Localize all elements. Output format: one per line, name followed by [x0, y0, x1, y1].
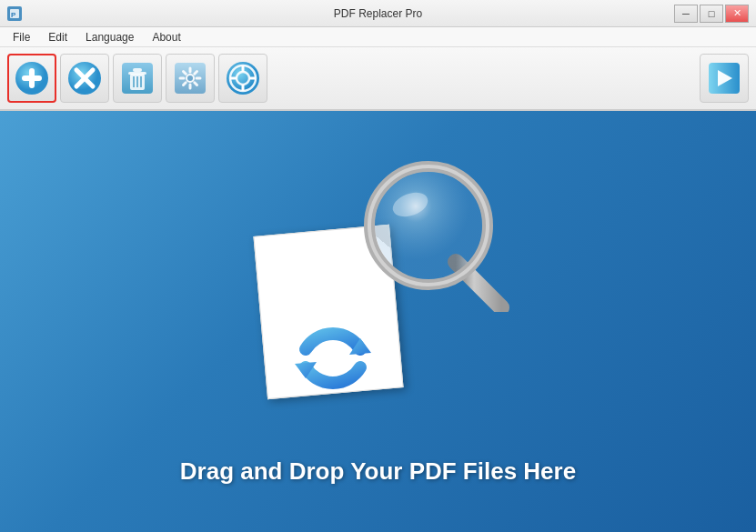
next-button[interactable]: [700, 54, 749, 103]
title-bar: P PDF Replacer Pro ─ □ ✕: [0, 0, 756, 27]
svg-line-23: [195, 83, 197, 85]
magnifier-icon: [360, 157, 524, 312]
menu-language[interactable]: Language: [76, 29, 143, 45]
svg-line-22: [184, 72, 186, 75]
restore-button[interactable]: □: [700, 5, 723, 23]
svg-point-40: [375, 172, 482, 279]
menu-file[interactable]: File: [4, 29, 39, 45]
help-button[interactable]: [218, 54, 267, 103]
menu-bar: File Edit Language About: [0, 27, 756, 47]
delete-button[interactable]: [113, 54, 162, 103]
menu-edit[interactable]: Edit: [39, 29, 76, 45]
toolbar: [0, 47, 756, 111]
cancel-button[interactable]: [60, 54, 109, 103]
svg-rect-11: [133, 68, 142, 72]
window-title: PDF Replacer Pro: [334, 7, 422, 20]
refresh-arrows-icon: [278, 313, 388, 407]
drop-zone[interactable]: Drag and Drop Your PDF Files Here: [0, 111, 756, 532]
window-controls: ─ □ ✕: [674, 5, 749, 23]
svg-rect-10: [128, 72, 146, 75]
menu-about[interactable]: About: [143, 29, 189, 45]
app-icon: P: [7, 6, 22, 21]
settings-button[interactable]: [166, 54, 215, 103]
svg-line-24: [195, 72, 197, 75]
drop-text: Drag and Drop Your PDF Files Here: [180, 457, 576, 486]
minimize-button[interactable]: ─: [674, 5, 698, 23]
svg-text:P: P: [11, 11, 16, 19]
svg-point-17: [187, 75, 193, 81]
svg-rect-4: [22, 75, 42, 81]
add-button[interactable]: [7, 54, 56, 103]
close-button[interactable]: ✕: [725, 5, 749, 23]
illustration: [233, 157, 524, 430]
svg-line-25: [184, 83, 186, 85]
